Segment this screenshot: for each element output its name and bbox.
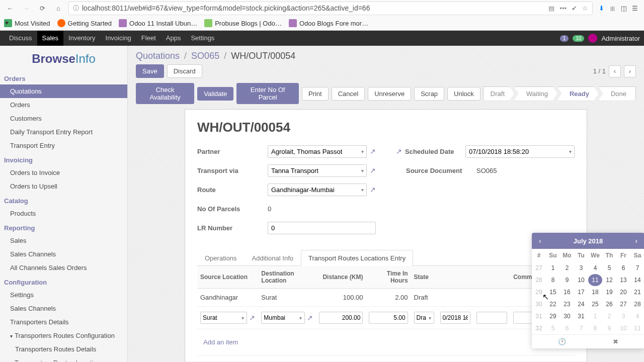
nav-apps[interactable]: Apps bbox=[161, 31, 186, 46]
lr-input[interactable] bbox=[268, 222, 376, 234]
tab-additional-info[interactable]: Additional Info bbox=[245, 250, 301, 266]
breadcrumb-quotations[interactable]: Quotations bbox=[136, 51, 180, 61]
cal-day[interactable]: 18 bbox=[588, 286, 602, 298]
cal-time-icon[interactable]: 🕐 bbox=[558, 338, 566, 345]
cal-day[interactable]: 11 bbox=[630, 322, 644, 334]
scheduled-input[interactable] bbox=[465, 145, 575, 158]
bookmark-odoo-blogs[interactable]: Odoo Blogs Fore mor… bbox=[289, 19, 368, 27]
cal-day[interactable]: 26 bbox=[602, 298, 616, 310]
cal-day[interactable]: 5 bbox=[546, 322, 560, 334]
bookmark-getting-started[interactable]: Getting Started bbox=[57, 19, 112, 27]
save-button[interactable]: Save bbox=[136, 64, 164, 78]
cal-day[interactable]: 22 bbox=[546, 298, 560, 310]
cal-close-icon[interactable]: ✖ bbox=[613, 338, 618, 345]
pager-prev[interactable]: ‹ bbox=[609, 65, 621, 77]
route-input[interactable] bbox=[268, 184, 367, 196]
partner-input[interactable] bbox=[268, 145, 367, 158]
tab-transport-routes[interactable]: Transport Routes Locations Entry bbox=[301, 250, 413, 266]
cal-day[interactable]: 4 bbox=[588, 262, 602, 274]
cancel-button[interactable]: Cancel bbox=[332, 87, 365, 101]
cal-day[interactable]: 10 bbox=[574, 274, 588, 286]
bookmark-star-icon[interactable]: ☆ bbox=[582, 5, 588, 12]
cal-day[interactable]: 24 bbox=[574, 298, 588, 310]
enter-parcel-button[interactable]: Enter No Of Parcel bbox=[236, 83, 299, 104]
status-draft[interactable]: Draft bbox=[483, 86, 514, 101]
src-ext-icon[interactable]: ↗ bbox=[249, 314, 255, 322]
src-input[interactable] bbox=[200, 312, 247, 324]
sidebar-icon[interactable]: ◫ bbox=[621, 5, 627, 12]
cal-day[interactable]: 1 bbox=[546, 262, 560, 274]
extra-input[interactable] bbox=[476, 312, 507, 324]
check-availability-button[interactable]: Check Availability bbox=[136, 83, 194, 104]
sidebar-item[interactable]: Transport Entry bbox=[0, 139, 127, 152]
bookmark-odoo-install[interactable]: Odoo 11 Install Ubun… bbox=[119, 19, 197, 27]
home-button[interactable]: ⌂ bbox=[52, 2, 64, 14]
cal-day[interactable]: 28 bbox=[630, 298, 644, 310]
print-button[interactable]: Print bbox=[302, 87, 329, 101]
downloads-icon[interactable]: ⬇ bbox=[599, 5, 604, 12]
partner-external-icon[interactable]: ↗ bbox=[370, 147, 376, 155]
nav-invoicing[interactable]: Invoicing bbox=[101, 31, 136, 46]
cal-prev[interactable]: ‹ bbox=[536, 236, 544, 246]
sidebar-item[interactable]: Transporters Routes Configuration bbox=[0, 329, 127, 342]
back-button[interactable]: ← bbox=[4, 2, 16, 14]
cal-day[interactable]: 19 bbox=[602, 286, 616, 298]
sidebar-item[interactable]: Orders to Invoice bbox=[0, 166, 127, 179]
cal-day[interactable]: 6 bbox=[616, 262, 630, 274]
state-input[interactable] bbox=[414, 312, 434, 324]
cal-day[interactable]: 9 bbox=[560, 274, 574, 286]
cal-day[interactable]: 14 bbox=[630, 274, 644, 286]
dist-input[interactable] bbox=[319, 312, 363, 324]
cal-day[interactable]: 7 bbox=[574, 322, 588, 334]
cal-day[interactable]: 17 bbox=[574, 286, 588, 298]
cal-day[interactable]: 11 bbox=[588, 274, 602, 286]
sidebar-item[interactable]: Settings bbox=[0, 288, 127, 302]
reader-icon[interactable]: ▤ bbox=[548, 5, 554, 12]
status-done[interactable]: Done bbox=[598, 86, 636, 101]
table-row[interactable]: Gandhinagar Surat 100.00 2.00 Draft 🗑 bbox=[197, 289, 575, 307]
cal-day[interactable]: 30 bbox=[560, 310, 574, 322]
activity-badge[interactable]: 10 bbox=[573, 35, 584, 42]
discard-button[interactable]: Discard bbox=[167, 64, 202, 78]
breadcrumb-so065[interactable]: SO065 bbox=[191, 51, 219, 61]
nav-fleet[interactable]: Fleet bbox=[136, 31, 161, 46]
transport-external-icon[interactable]: ↗ bbox=[370, 166, 376, 174]
cal-day[interactable]: 2 bbox=[560, 262, 574, 274]
dst-input[interactable] bbox=[261, 312, 305, 324]
cal-day[interactable]: 15 bbox=[546, 286, 560, 298]
unreserve-button[interactable]: Unreserve bbox=[368, 87, 411, 101]
cal-day[interactable]: 25 bbox=[588, 298, 602, 310]
bookmark-most-visited[interactable]: ✦Most Visited bbox=[4, 19, 50, 27]
dst-ext-icon[interactable]: ↗ bbox=[307, 314, 313, 322]
cal-day[interactable]: 6 bbox=[560, 322, 574, 334]
cal-day[interactable]: 8 bbox=[546, 274, 560, 286]
cal-day[interactable]: 12 bbox=[602, 274, 616, 286]
sidebar-item[interactable]: Sales Channels bbox=[0, 302, 127, 315]
nav-inventory[interactable]: Inventory bbox=[63, 31, 100, 46]
pager-next[interactable]: › bbox=[624, 65, 636, 77]
cal-day[interactable]: 9 bbox=[602, 322, 616, 334]
cal-day[interactable]: 27 bbox=[616, 298, 630, 310]
cal-title[interactable]: July 2018 bbox=[574, 237, 603, 245]
nav-discuss[interactable]: Discuss bbox=[4, 31, 37, 46]
cal-day[interactable]: 10 bbox=[616, 322, 630, 334]
pocket-icon[interactable]: ✔ bbox=[572, 5, 577, 12]
sidebar-item[interactable]: Sales Channels bbox=[0, 247, 127, 261]
bookmark-probuse[interactable]: Probuse Blogs | Odo… bbox=[204, 19, 282, 27]
sidebar-subitem[interactable]: Transporters Routes Details bbox=[0, 342, 127, 356]
cal-day[interactable]: 20 bbox=[616, 286, 630, 298]
user-name[interactable]: Administrator bbox=[601, 35, 640, 42]
status-waiting[interactable]: Waiting bbox=[514, 86, 557, 101]
sidebar-item[interactable]: Transporters Details bbox=[0, 315, 127, 329]
validate-button[interactable]: Validate bbox=[197, 87, 233, 101]
sidebar-item[interactable]: Sales bbox=[0, 234, 127, 247]
cal-day[interactable]: 23 bbox=[560, 298, 574, 310]
date-input[interactable] bbox=[440, 312, 471, 324]
cal-day[interactable]: 3 bbox=[574, 262, 588, 274]
unlock-button[interactable]: Unlock bbox=[447, 87, 480, 101]
scrap-button[interactable]: Scrap bbox=[414, 87, 444, 101]
scheduled-external-icon[interactable]: ↗ bbox=[396, 147, 402, 155]
add-item-link[interactable]: Add an item bbox=[200, 334, 572, 350]
chat-badge[interactable]: 1 bbox=[560, 35, 569, 42]
cal-day[interactable]: 21 bbox=[630, 286, 644, 298]
